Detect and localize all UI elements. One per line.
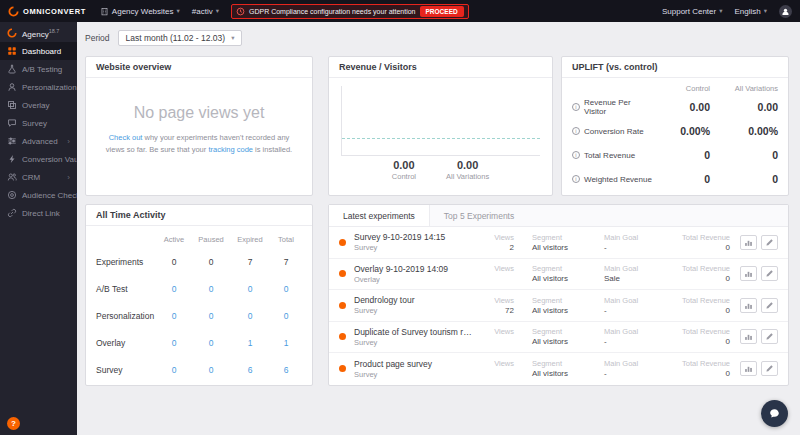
info-icon[interactable]: i [572, 127, 580, 135]
experiment-title[interactable]: Product page survey [354, 359, 474, 369]
website-overview-card: Website overview No page views yet Check… [85, 56, 313, 196]
sidebar-item-conversion-vault[interactable]: Conversion Vault [0, 150, 77, 168]
edit-button[interactable] [761, 235, 778, 250]
chevron-right-icon: › [67, 173, 70, 182]
experiment-row[interactable]: Product page survey Survey Views Segment… [329, 353, 788, 385]
goal-value: - [604, 306, 660, 315]
experiment-type: Survey [354, 338, 474, 347]
workspace-selector[interactable]: Agency Websites ▾ [100, 7, 180, 16]
edit-button[interactable] [761, 329, 778, 344]
experiments-tabs: Latest experiments Top 5 Experiments [329, 205, 788, 227]
sidebar-item-ab-testing[interactable]: A/B Testing [0, 60, 77, 78]
card-title: Revenue / Visitors [329, 57, 552, 78]
stats-button[interactable] [740, 329, 757, 344]
brand[interactable]: OMNICONVERT [8, 6, 86, 17]
experiment-type: Survey [354, 370, 474, 379]
info-icon[interactable]: i [572, 151, 580, 159]
experiment-title[interactable]: Overlay 9-10-2019 14:09 [354, 264, 474, 274]
chevron-right-icon: › [67, 137, 70, 146]
uplift-card: UPLIFT (vs. control) Control All Variati… [561, 56, 789, 196]
sidebar-item-agency[interactable]: Agency18.7 [0, 24, 77, 42]
clock-icon [236, 7, 245, 16]
chevron-down-icon: ▾ [231, 34, 234, 42]
goal-value: - [604, 337, 660, 346]
views-value [480, 337, 514, 346]
edit-button[interactable] [761, 361, 778, 376]
status-dot-icon [339, 365, 346, 372]
status-dot-icon [339, 270, 346, 277]
gdpr-message: GDPR Compliance configuration needs your… [249, 8, 416, 15]
segment-value: All visitors [532, 274, 596, 283]
chat-launcher-button[interactable] [761, 400, 788, 427]
bar-chart-icon [744, 364, 753, 373]
experiment-row[interactable]: Overlay 9-10-2019 14:09 Overlay Views Se… [329, 259, 788, 291]
segment-value: All visitors [532, 369, 596, 378]
project-selector[interactable]: #activ ▾ [192, 7, 219, 16]
sidebar-item-label: Dashboard [22, 47, 61, 56]
advanced-icon [7, 136, 17, 146]
tab-latest-experiments[interactable]: Latest experiments [329, 205, 430, 226]
sidebar-item-personalization[interactable]: Personalization [0, 78, 77, 96]
table-row: Survey 0 0 6 6 [96, 356, 302, 383]
revenue-value: 0 [660, 337, 730, 346]
sidebar-item-overlay[interactable]: Overlay [0, 96, 77, 114]
sidebar-item-dashboard[interactable]: Dashboard [0, 42, 77, 60]
sidebar-item-label: Direct Link [22, 209, 60, 218]
goal-value: Sale [604, 274, 660, 283]
uplift-row: i Total Revenue 0 0 [572, 143, 778, 167]
edit-button[interactable] [761, 266, 778, 281]
info-icon[interactable]: i [572, 175, 580, 183]
sidebar-item-label: CRM [22, 173, 40, 182]
user-avatar[interactable] [779, 5, 792, 18]
segment-value: All visitors [532, 243, 596, 252]
chevron-down-icon: ▾ [764, 7, 767, 15]
person-icon [781, 7, 790, 16]
ab-testing-icon [7, 64, 17, 74]
support-center-menu[interactable]: Support Center ▾ [662, 7, 723, 16]
uplift-column-headers: Control All Variations [572, 84, 778, 93]
sidebar-item-direct-link[interactable]: Direct Link [0, 204, 77, 222]
building-icon [100, 7, 109, 16]
omniconvert-logo-icon [8, 6, 19, 17]
all-variations-metric: 0.00 All Variations [446, 159, 489, 181]
uplift-row: i Conversion Rate 0.00% 0.00% [572, 119, 778, 143]
sidebar-item-audience-check[interactable]: Audience Check [0, 186, 77, 204]
info-icon[interactable]: i [572, 103, 580, 111]
stats-button[interactable] [740, 361, 757, 376]
experiment-title[interactable]: Duplicate of Survey tourism ro... [354, 327, 474, 337]
table-row: A/B Test 0 0 0 0 [96, 275, 302, 302]
proceed-button[interactable]: PROCEED [420, 6, 464, 17]
language-label: English [734, 7, 760, 16]
experiments-card: Latest experiments Top 5 Experiments Sur… [328, 204, 789, 386]
sidebar-item-crm[interactable]: CRM › [0, 168, 77, 186]
segment-value: All visitors [532, 337, 596, 346]
tab-top-5-experiments[interactable]: Top 5 Experiments [430, 205, 528, 226]
experiment-row[interactable]: Dendrology tour Survey Views72 SegmentAl… [329, 290, 788, 322]
sidebar-item-survey[interactable]: Survey [0, 114, 77, 132]
direct-link-icon [7, 208, 17, 218]
stats-button[interactable] [740, 298, 757, 313]
experiment-row[interactable]: Survey 9-10-2019 14:15 Survey Views2 Seg… [329, 227, 788, 259]
tracking-code-link[interactable]: tracking code [208, 145, 253, 154]
experiment-title[interactable]: Dendrology tour [354, 295, 474, 305]
period-select[interactable]: Last month (11.02 - 12.03) ▾ [118, 30, 243, 46]
stats-button[interactable] [740, 235, 757, 250]
help-icon[interactable]: ? [7, 417, 20, 430]
language-menu[interactable]: English ▾ [734, 7, 767, 16]
stats-button[interactable] [740, 266, 757, 281]
experiment-title[interactable]: Survey 9-10-2019 14:15 [354, 232, 474, 242]
status-dot-icon [339, 239, 346, 246]
uplift-row: i Revenue Per Visitor 0.00 0.00 [572, 95, 778, 119]
edit-button[interactable] [761, 298, 778, 313]
bar-chart-icon [744, 332, 753, 341]
pencil-icon [765, 301, 774, 310]
card-title: UPLIFT (vs. control) [562, 57, 788, 78]
all-variations-value: 0.00 [446, 159, 489, 171]
experiment-row[interactable]: Duplicate of Survey tourism ro... Survey… [329, 322, 788, 354]
sidebar-item-advanced[interactable]: Advanced › [0, 132, 77, 150]
check-out-link[interactable]: Check out [109, 133, 143, 142]
overlay-icon [7, 100, 17, 110]
sidebar-item-label: A/B Testing [22, 65, 62, 74]
sidebar-item-label: Conversion Vault [22, 155, 82, 164]
goal-value: - [604, 243, 660, 252]
